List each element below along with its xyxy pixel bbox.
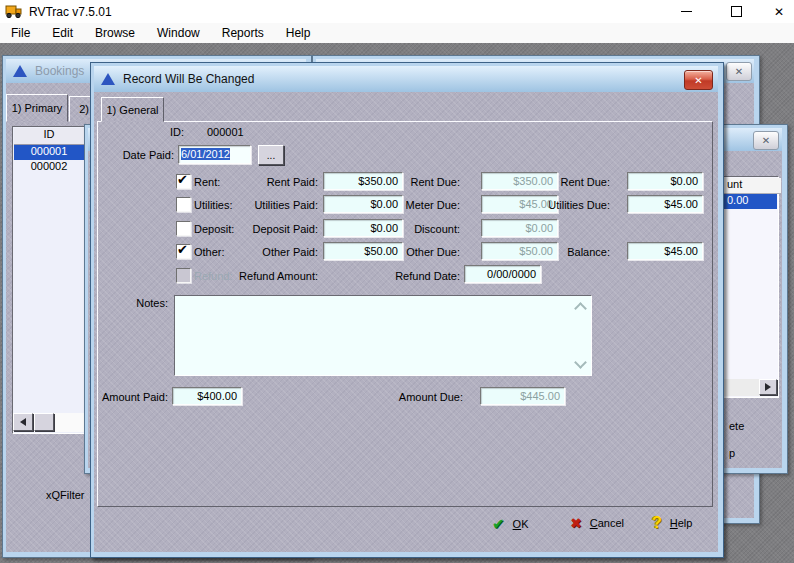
close-button[interactable]: ✕ [764, 0, 794, 23]
scroll-up-icon[interactable] [574, 302, 587, 315]
discount-label: Discount: [385, 223, 460, 235]
cancel-x-icon: ✖ [570, 515, 582, 531]
notes-label: Notes: [128, 297, 168, 309]
scroll-thumb[interactable] [34, 413, 54, 431]
date-paid-label: Date Paid: [108, 149, 174, 161]
amount-paid-field[interactable]: $400.00 [172, 387, 242, 405]
balance-label: Balance: [530, 246, 610, 258]
cancel-button[interactable]: ✖ Cancel [570, 515, 624, 531]
close-icon: ✕ [774, 5, 784, 19]
other-checkbox-label: Other: [194, 246, 225, 258]
app-title: RVTrac v7.5.01 [29, 5, 112, 19]
close-icon: ✕ [762, 135, 770, 146]
ok-button-label: OK [513, 518, 529, 530]
help-button[interactable]: ? Help [652, 514, 692, 532]
amount-grid-hscrollbar[interactable] [723, 379, 777, 396]
id-value: 000001 [207, 126, 244, 138]
minimize-button[interactable] [664, 0, 709, 23]
refund-date-field[interactable]: 0/00/0000 [464, 265, 541, 283]
ok-check-icon: ✔ [492, 515, 505, 533]
scroll-down-icon[interactable] [574, 356, 587, 369]
record-dialog-title: Record Will Be Changed [123, 72, 254, 86]
meter-due-label: Meter Due: [385, 199, 460, 211]
amount-due-field[interactable]: $445.00 [480, 387, 565, 405]
date-browse-button[interactable]: ... [258, 145, 284, 165]
rent-checkbox-label: Rent: [194, 176, 220, 188]
utilities-paid-label: Utilities Paid: [225, 199, 318, 211]
deposit-checkbox[interactable]: ✔ [176, 221, 191, 236]
rent-due-total-field[interactable]: $0.00 [627, 172, 703, 190]
date-paid-value: 6/01/2012 [181, 148, 230, 160]
balance-field[interactable]: $45.00 [627, 242, 703, 260]
bookings-tab-primary[interactable]: 1) Primary [6, 94, 68, 122]
record-dialog-icon [101, 73, 115, 85]
minimize-icon [681, 11, 692, 12]
tab-general[interactable]: 1) General [101, 97, 164, 122]
booking-row-selected[interactable]: 000001 [14, 145, 84, 160]
menu-browse[interactable]: Browse [84, 24, 146, 42]
refund-checkbox: ✔ [176, 268, 191, 283]
maximize-button[interactable] [714, 0, 759, 23]
close-icon: ✕ [694, 75, 702, 86]
check-icon: ✔ [177, 172, 188, 187]
truck-icon [5, 4, 23, 19]
notes-textarea[interactable] [174, 295, 592, 376]
background-window-a-close-button[interactable]: ✕ [726, 62, 752, 81]
booking-row[interactable]: 000002 [14, 160, 84, 175]
background-window-b-close-button[interactable]: ✕ [753, 131, 779, 150]
check-icon: ✔ [177, 242, 188, 257]
cancel-button-label: Cancel [590, 517, 624, 529]
other-checkbox[interactable]: ✔ [176, 244, 191, 259]
menu-window[interactable]: Window [146, 24, 211, 42]
menu-help[interactable]: Help [275, 24, 322, 42]
screen: RVTrac v7.5.01 ✕ File Edit Browse Window… [0, 0, 794, 563]
scroll-left-button[interactable] [13, 413, 33, 431]
date-paid-field[interactable]: 6/01/2012 [178, 145, 251, 164]
xqfilter-label: xQFilter [46, 489, 85, 501]
ok-button[interactable]: ✔ OK [492, 515, 528, 533]
bookings-id-grid: ID 000001 000002 [12, 126, 86, 434]
utilities-due-field[interactable]: $45.00 [627, 195, 703, 213]
amount-grid: unt 0.00 [721, 176, 779, 398]
scroll-right-button[interactable] [759, 379, 777, 395]
menu-file[interactable]: File [0, 24, 41, 42]
amount-paid-label: Amount Paid: [98, 391, 168, 403]
discount-field[interactable]: $0.00 [481, 219, 558, 237]
arrow-right-icon [765, 383, 771, 391]
bookings-title: Bookings [35, 64, 84, 78]
deposit-paid-label: Deposit Paid: [225, 223, 318, 235]
amount-cell-selected[interactable]: 0.00 [723, 194, 777, 209]
bookings-hscrollbar[interactable] [13, 413, 85, 432]
rent-due-label: Rent Due: [385, 176, 460, 188]
help-question-icon: ? [652, 514, 662, 532]
delete-button-fragment[interactable]: ete [729, 420, 744, 432]
id-label: ID: [170, 126, 184, 138]
rent-paid-label: Rent Paid: [225, 176, 318, 188]
refund-date-label: Refund Date: [385, 270, 460, 282]
menu-edit[interactable]: Edit [41, 24, 84, 42]
bookings-window-icon [13, 65, 27, 77]
app-titlebar: RVTrac v7.5.01 ✕ [0, 0, 794, 23]
menubar: File Edit Browse Window Reports Help [0, 23, 794, 44]
record-dialog-titlebar[interactable]: Record Will Be Changed [94, 66, 718, 92]
help-button-fragment[interactable]: p [729, 447, 735, 459]
rent-due-total-label: Rent Due: [530, 176, 610, 188]
help-button-label: Help [670, 517, 693, 529]
close-icon: ✕ [735, 66, 743, 77]
rent-checkbox[interactable]: ✔ [176, 174, 191, 189]
utilities-checkbox[interactable]: ✔ [176, 197, 191, 212]
amount-column-header[interactable]: unt [723, 178, 781, 194]
refund-amount-label: Refund Amount: [225, 270, 318, 282]
menu-reports[interactable]: Reports [211, 24, 275, 42]
maximize-icon [731, 6, 742, 17]
amount-due-label: Amount Due: [393, 391, 463, 403]
id-column-header[interactable]: ID [14, 128, 84, 145]
utilities-due-label: Utilities Due: [530, 199, 610, 211]
dialog-close-button[interactable]: ✕ [684, 70, 713, 90]
other-paid-label: Other Paid: [225, 246, 318, 258]
other-due-label: Other Due: [385, 246, 460, 258]
arrow-left-icon [20, 418, 26, 426]
